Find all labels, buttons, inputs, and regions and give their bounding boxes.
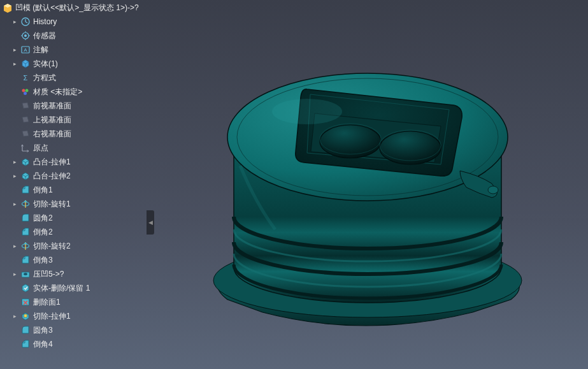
svg-point-18	[320, 125, 381, 158]
tree-item-label: 注解	[33, 44, 48, 55]
extrude-icon	[20, 157, 31, 167]
revolvecut-icon	[20, 199, 31, 209]
svg-point-7	[25, 89, 29, 92]
tree-item-label: 方程式	[33, 72, 56, 83]
part-icon	[3, 3, 13, 13]
feature-tree-panel: 凹模 (默认<<默认>_显示状态 1>)->? ▸History传感器▸A注解▸…	[0, 0, 147, 369]
tree-item[interactable]: ▸切除-旋转1	[0, 197, 147, 211]
tree-item[interactable]: ▸实体(1)	[0, 57, 147, 71]
revolvecut-icon	[20, 241, 31, 251]
tree-item-label: 原点	[33, 142, 48, 154]
svg-point-22	[488, 186, 498, 194]
tree-item-label: 倒角1	[33, 184, 53, 196]
tree-item-label: 上视基准面	[33, 114, 71, 126]
expand-arrow-icon[interactable]: ▸	[11, 58, 18, 69]
tree-item-label: 倒角3	[33, 254, 53, 266]
tree-root-item[interactable]: 凹模 (默认<<默认>_显示状态 1>)->?	[0, 1, 147, 15]
tree-item-label: 材质 <未指定>	[33, 86, 82, 98]
solid-icon	[20, 59, 31, 69]
tree-item[interactable]: 倒角1	[0, 183, 147, 197]
expand-arrow-icon[interactable]: ▸	[11, 240, 18, 252]
fillet-icon	[20, 325, 31, 335]
expand-arrow-icon[interactable]: ▸	[11, 170, 18, 182]
chevron-left-icon: ◀	[148, 219, 153, 226]
tree-item-label: 切除-拉伸1	[33, 310, 71, 322]
tree-item[interactable]: Σ方程式	[0, 71, 147, 85]
tree-item[interactable]: 材质 <未指定>	[0, 85, 147, 99]
tree-item[interactable]: ▸A注解	[0, 43, 147, 57]
tree-item-label: 删除面1	[33, 296, 61, 308]
tree-item-label: 倒角2	[33, 226, 53, 238]
svg-point-20	[380, 131, 441, 164]
tree-item-label: 凸台-拉伸2	[33, 170, 71, 182]
history-icon	[20, 17, 31, 27]
origin-icon	[20, 143, 31, 153]
tree-item[interactable]: 上视基准面	[0, 113, 147, 127]
indent-icon	[20, 269, 31, 279]
chamfer-icon	[20, 339, 31, 349]
svg-point-23	[272, 99, 342, 124]
tree-item[interactable]: 圆角3	[0, 323, 147, 337]
material-icon	[20, 87, 31, 97]
tree-item[interactable]: ▸压凹5->?	[0, 267, 147, 281]
expand-arrow-icon[interactable]: ▸	[11, 310, 18, 322]
panel-collapse-handle[interactable]: ◀	[147, 210, 154, 235]
viewport-3d[interactable]: ◀	[147, 0, 588, 369]
tree-item[interactable]: ▸切除-旋转2	[0, 239, 147, 253]
expand-arrow-icon[interactable]: ▸	[11, 44, 18, 55]
bodykeep-icon	[20, 283, 31, 293]
plane-icon	[20, 115, 31, 125]
tree-item-label: 压凹5->?	[33, 268, 64, 280]
svg-text:A: A	[24, 47, 27, 53]
tree-item[interactable]: 删除面1	[0, 295, 147, 309]
chamfer-icon	[20, 255, 31, 265]
svg-point-16	[227, 73, 508, 201]
tree-item[interactable]: 倒角2	[0, 225, 147, 239]
expand-arrow-icon[interactable]: ▸	[11, 268, 18, 280]
tree-item-label: 圆角2	[33, 212, 53, 224]
tree-item-label: 倒角4	[33, 338, 53, 350]
tree-item[interactable]: ▸History	[0, 15, 147, 29]
tree-item[interactable]: 倒角3	[0, 253, 147, 267]
tree-item[interactable]: ▸凸台-拉伸2	[0, 169, 147, 183]
expand-arrow-icon[interactable]: ▸	[11, 156, 18, 168]
sensor-icon	[20, 31, 31, 41]
tree-item-label: 右视基准面	[33, 128, 71, 140]
tree-item-label: 实体-删除/保留 1	[33, 282, 90, 294]
tree-root-label: 凹模 (默认<<默认>_显示状态 1>)->?	[15, 3, 139, 13]
svg-point-15	[213, 243, 522, 317]
annotation-icon: A	[20, 45, 31, 55]
tree-item[interactable]: 前视基准面	[0, 99, 147, 113]
expand-arrow-icon[interactable]: ▸	[11, 16, 18, 27]
svg-point-19	[320, 124, 381, 154]
equation-icon: Σ	[20, 73, 31, 83]
expand-arrow-icon[interactable]: ▸	[11, 198, 18, 210]
deleteface-icon	[20, 297, 31, 307]
tree-item-label: 圆角3	[33, 324, 53, 336]
tree-item[interactable]: 原点	[0, 141, 147, 155]
tree-item[interactable]: 右视基准面	[0, 127, 147, 141]
tree-item-label: 实体(1)	[33, 58, 58, 69]
svg-point-2	[24, 34, 27, 37]
tree-item-label: 切除-旋转1	[33, 198, 71, 210]
extrudecut-icon	[20, 311, 31, 321]
tree-item[interactable]: 圆角2	[0, 211, 147, 225]
svg-point-6	[22, 89, 25, 92]
svg-point-21	[380, 130, 441, 161]
tree-item[interactable]: ▸凸台-拉伸1	[0, 155, 147, 169]
tree-item[interactable]: 实体-删除/保留 1	[0, 281, 147, 295]
tree-item[interactable]: 倒角4	[0, 337, 147, 351]
chamfer-icon	[20, 227, 31, 237]
tree-item[interactable]: ▸切除-拉伸1	[0, 309, 147, 323]
fillet-icon	[20, 213, 31, 223]
model-render	[180, 13, 556, 357]
tree-item-label: 凸台-拉伸1	[33, 156, 71, 168]
plane-icon	[20, 129, 31, 139]
tree-item-label: 传感器	[33, 30, 56, 41]
tree-item[interactable]: 传感器	[0, 29, 147, 43]
svg-point-8	[24, 92, 27, 95]
chamfer-icon	[20, 185, 31, 195]
svg-point-12	[24, 273, 27, 275]
svg-text:Σ: Σ	[24, 74, 28, 82]
tree-item-label: History	[33, 16, 57, 27]
